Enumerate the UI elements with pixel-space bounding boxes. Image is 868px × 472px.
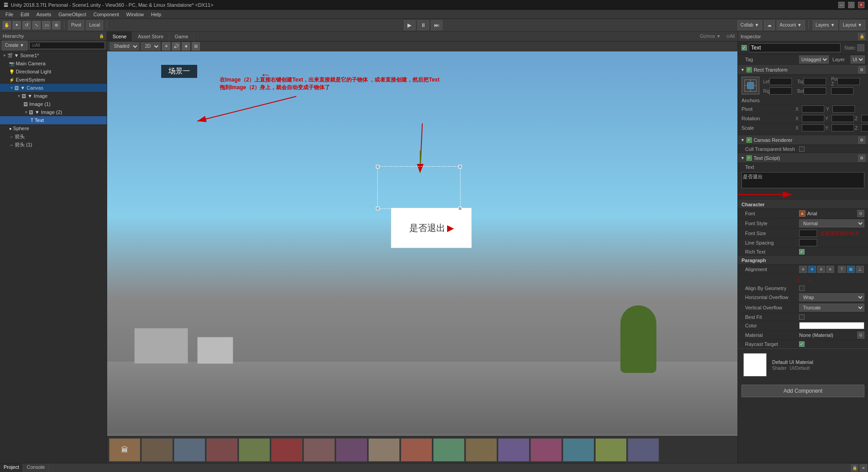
right-field[interactable]: 0 xyxy=(769,87,792,95)
scale-y-field[interactable]: 1 xyxy=(832,124,854,132)
add-component-button[interactable]: Add Component xyxy=(741,385,864,397)
local-button[interactable]: Local xyxy=(86,20,103,30)
thumbnail-16[interactable] xyxy=(595,438,627,462)
cull-mesh-checkbox[interactable] xyxy=(799,146,805,152)
hierarchy-create-button[interactable]: Create ▼ xyxy=(2,41,27,50)
audio-toggle[interactable]: 🔊 xyxy=(172,42,180,50)
thumbnail-14[interactable] xyxy=(530,438,562,462)
scale-tool[interactable]: ⤡ xyxy=(32,21,41,29)
align-bottom-btn[interactable]: ⊥ xyxy=(856,266,864,273)
scene-tab-scene[interactable]: Scene xyxy=(107,32,132,41)
tree-item-arrow1[interactable]: → 箭头 (1) xyxy=(0,141,107,149)
shaded-select[interactable]: Shaded xyxy=(110,42,139,50)
font-style-select[interactable]: Normal Bold Italic xyxy=(799,219,864,227)
line-spacing-field[interactable]: 1 xyxy=(799,239,817,246)
pivot-x-field[interactable]: 0.5 xyxy=(802,105,824,113)
thumbnail-12[interactable] xyxy=(466,438,497,462)
thumbnail-7[interactable] xyxy=(303,438,335,462)
thumbnail-5[interactable] xyxy=(239,438,270,462)
stretch-icon[interactable] xyxy=(741,77,760,95)
tree-item-canvas[interactable]: ▼ 🖼 ▼ Canvas xyxy=(0,84,107,92)
scene-tab-assetstore[interactable]: Asset Store xyxy=(132,32,169,41)
transform-tool[interactable]: ⊕ xyxy=(52,21,60,29)
thumbnail-15[interactable] xyxy=(563,438,594,462)
thumbnail-6[interactable] xyxy=(271,438,303,462)
thumbnail-2[interactable] xyxy=(141,438,173,462)
pivot-y-field[interactable]: 0.5 xyxy=(832,105,855,113)
menu-window[interactable]: Window xyxy=(122,11,147,18)
thumbnail-3[interactable] xyxy=(174,438,205,462)
light-toggle[interactable]: ☀ xyxy=(162,42,170,50)
close-button[interactable]: ✕ xyxy=(858,2,864,8)
thumbnail-4[interactable] xyxy=(206,438,238,462)
account-button[interactable]: Account ▼ xyxy=(777,20,805,30)
project-settings-icon[interactable]: ≡ xyxy=(860,464,867,472)
font-picker-icon[interactable]: ⊙ xyxy=(857,210,864,217)
thumbnail-10[interactable] xyxy=(401,438,432,462)
pivot-button[interactable]: Pivot xyxy=(68,20,84,30)
scale-x-field[interactable]: 1 xyxy=(802,124,824,132)
step-button[interactable]: ⏭ xyxy=(431,20,443,30)
menu-component[interactable]: Component xyxy=(90,11,122,18)
layout-button[interactable]: Layout ▼ xyxy=(840,20,865,30)
rot-x-field[interactable]: 0 xyxy=(802,115,824,122)
rich-text-checkbox[interactable]: ✓ xyxy=(799,249,805,254)
align-top-btn[interactable]: ⊤ xyxy=(838,266,846,273)
align-left-btn[interactable]: ≡ xyxy=(799,266,807,273)
menu-edit[interactable]: Edit xyxy=(17,11,33,18)
play-button[interactable]: ▶ xyxy=(404,20,416,30)
rot-y-field[interactable]: 0 xyxy=(832,115,854,122)
hand-tool[interactable]: ✋ xyxy=(3,21,11,29)
menu-assets[interactable]: Assets xyxy=(33,11,55,18)
project-tab[interactable]: Project xyxy=(0,463,23,472)
rect-settings-icon[interactable]: ⚙ xyxy=(858,66,865,73)
thumbnail-13[interactable] xyxy=(498,438,529,462)
console-tab[interactable]: Console xyxy=(23,463,49,472)
thumbnail-1[interactable]: 🏛 xyxy=(109,438,140,462)
canvas-renderer-settings-icon[interactable]: ⚙ xyxy=(858,136,865,144)
align-middle-btn[interactable]: ⊞ xyxy=(847,266,855,273)
color-swatch[interactable] xyxy=(799,322,864,329)
tree-item-text[interactable]: T Text xyxy=(0,116,107,124)
posz-field[interactable]: 0 xyxy=(837,78,860,85)
collab-button[interactable]: Collab ▼ xyxy=(737,20,762,30)
thumbnail-9[interactable] xyxy=(368,438,400,462)
align-by-geometry-checkbox[interactable] xyxy=(799,286,805,291)
layer-select[interactable]: UI xyxy=(850,55,865,64)
menu-file[interactable]: File xyxy=(2,11,17,18)
grid-toggle[interactable]: ⊞ xyxy=(192,42,200,50)
top-field[interactable]: 0 xyxy=(804,78,826,85)
project-lock-icon[interactable]: 🔒 xyxy=(851,464,858,472)
best-fit-checkbox[interactable] xyxy=(799,314,805,320)
tree-item-image2[interactable]: ▼ 🖼 ▼ Image (2) xyxy=(0,108,107,116)
maximize-button[interactable]: □ xyxy=(848,2,854,8)
menu-help[interactable]: Help xyxy=(147,11,165,18)
align-center-btn[interactable]: ≡ xyxy=(808,266,816,273)
align-justify-btn[interactable]: ≡ xyxy=(826,266,834,273)
thumbnail-11[interactable] xyxy=(433,438,465,462)
font-size-field[interactable]: 31 xyxy=(799,230,817,237)
material-picker-icon[interactable]: ⊙ xyxy=(857,331,864,339)
tree-item-image1[interactable]: 🖼 Image (1) xyxy=(0,100,107,108)
tag-select[interactable]: Untagged xyxy=(799,55,829,64)
scene-tab-game[interactable]: Game xyxy=(169,32,194,41)
text-script-header[interactable]: ▼ ✓ Text (Script) ⚙ xyxy=(738,153,868,163)
scene-viewport[interactable]: 场景一 → 在Image（2）上直接右键创建Text，出来直接就是它的子物体 ，… xyxy=(107,51,737,463)
text-textarea[interactable]: 是否退出 xyxy=(741,172,864,188)
bottom-field[interactable]: 0 xyxy=(804,87,826,95)
tree-item-arrow[interactable]: → 箭头 xyxy=(0,132,107,141)
tree-item-sphere[interactable]: ● Sphere xyxy=(0,124,107,132)
thumbnail-17[interactable] xyxy=(628,438,659,462)
align-right-btn[interactable]: ≡ xyxy=(817,266,825,273)
pause-button[interactable]: ⏸ xyxy=(417,20,429,30)
tree-item-scene[interactable]: ▼ 🎬 ▼ Scene1* xyxy=(0,51,107,59)
thumbnail-8[interactable] xyxy=(336,438,367,462)
tree-item-eventsystem[interactable]: ⚡ EventSystem xyxy=(0,76,107,84)
cloud-button[interactable]: ☁ xyxy=(764,20,775,30)
object-active-checkbox[interactable]: ✓ xyxy=(741,45,747,50)
menu-gameobject[interactable]: GameObject xyxy=(55,11,90,18)
hierarchy-search-input[interactable] xyxy=(29,42,105,49)
scale-z-field[interactable]: 1 xyxy=(861,124,868,132)
tree-item-directional-light[interactable]: 💡 Directional Light xyxy=(0,68,107,76)
tree-item-image[interactable]: ▼ 🖼 ▼ Image xyxy=(0,92,107,100)
